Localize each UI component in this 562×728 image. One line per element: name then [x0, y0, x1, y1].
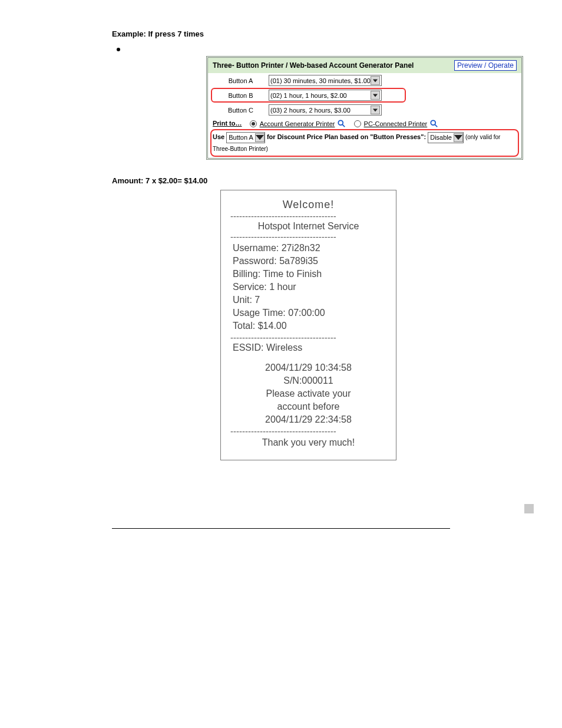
chevron-down-icon — [371, 76, 380, 85]
receipt-body: Username: 27i28n32 Password: 5a789i35 Bi… — [230, 242, 386, 332]
generator-panel: Three- Button Printer / Web-based Accoun… — [206, 56, 523, 160]
bullet-icon — [117, 48, 120, 51]
receipt-sn: S/N:000011 — [230, 374, 386, 387]
select-button-a-value: (01) 30 minutes, 30 minutes, $1.00 — [270, 77, 371, 84]
receipt-billing: Billing: Time to Finish — [233, 268, 386, 281]
radio-account-printer[interactable] — [250, 120, 257, 127]
label-button-b: Button B — [213, 92, 269, 99]
receipt-divider: ------------------------------------ — [230, 332, 386, 342]
receipt-divider: ------------------------------------ — [230, 211, 386, 221]
receipt-usage: Usage Time: 07:00:00 — [233, 307, 386, 319]
chevron-down-icon — [454, 133, 463, 142]
opt-account-printer[interactable]: Account Generator Printer — [260, 120, 335, 127]
receipt-ts: 2004/11/29 10:34:58 — [230, 361, 386, 374]
discount-row: Use Button A for Discount Price Plan bas… — [208, 129, 521, 158]
row-button-a: Button A (01) 30 minutes, 30 minutes, $1… — [208, 73, 521, 88]
select-discount-disable-value: Disable — [428, 132, 454, 143]
receipt-welcome: Welcome! — [230, 199, 386, 211]
panel-header: Three- Button Printer / Web-based Accoun… — [208, 58, 521, 73]
receipt-service-title: Hotspot Internet Service — [230, 221, 386, 232]
receipt-act1: Please activate your — [230, 387, 386, 400]
print-to-row: Print to… Account Generator Printer PC-C… — [208, 117, 521, 129]
receipt-password: Password: 5a789i35 — [233, 255, 386, 268]
row-button-c: Button C (03) 2 hours, 2 hours, $3.00 — [208, 103, 521, 117]
discount-mid: for Discount Price Plan based on "Button… — [267, 133, 426, 140]
receipt-divider: ------------------------------------ — [230, 426, 386, 436]
receipt-act2: account before — [230, 400, 386, 413]
opt-pc-printer[interactable]: PC-Connected Printer — [364, 120, 428, 127]
chevron-down-icon — [371, 91, 380, 100]
chevron-down-icon — [371, 106, 380, 114]
label-button-a: Button A — [213, 77, 269, 84]
receipt-essid: ESSID: Wireless — [230, 342, 386, 353]
svg-point-2 — [431, 120, 436, 125]
receipt-thanks: Thank you very much! — [230, 437, 386, 448]
receipt-unit: Unit: 7 — [233, 294, 386, 307]
receipt-total: Total: $14.00 — [233, 319, 386, 332]
preview-operate-button[interactable]: Preview / Operate — [454, 60, 517, 71]
receipt-act3: 2004/11/29 22:34:58 — [230, 413, 386, 426]
receipt-username: Username: 27i28n32 — [233, 242, 386, 255]
receipt-divider: ------------------------------------ — [230, 232, 386, 242]
heading-example: Example: If press 7 times — [112, 29, 536, 38]
panel-title: Three- Button Printer / Web-based Accoun… — [213, 61, 414, 70]
discount-use: Use — [213, 133, 224, 140]
select-discount-button[interactable]: Button A — [226, 132, 265, 143]
magnifier-icon[interactable] — [430, 120, 438, 128]
svg-line-3 — [435, 124, 438, 127]
select-button-c-value: (03) 2 hours, 2 hours, $3.00 — [270, 107, 351, 114]
select-button-b[interactable]: (02) 1 hour, 1 hours, $2.00 — [269, 90, 382, 101]
select-button-b-value: (02) 1 hour, 1 hours, $2.00 — [270, 92, 347, 99]
chevron-down-icon — [255, 133, 265, 142]
amount-line: Amount: 7 x $2.00= $14.00 — [112, 176, 536, 185]
select-button-c[interactable]: (03) 2 hours, 2 hours, $3.00 — [269, 104, 382, 116]
select-button-a[interactable]: (01) 30 minutes, 30 minutes, $1.00 — [269, 75, 382, 86]
page-number-box — [524, 504, 534, 513]
receipt-svc: Service: 1 hour — [233, 281, 386, 294]
svg-line-1 — [343, 124, 345, 127]
receipt: Welcome! -------------------------------… — [220, 190, 396, 460]
radio-pc-printer[interactable] — [354, 120, 361, 127]
select-discount-button-value: Button A — [227, 132, 255, 143]
label-button-c: Button C — [213, 107, 269, 114]
select-discount-disable[interactable]: Disable — [428, 132, 464, 143]
svg-point-0 — [339, 120, 343, 125]
magnifier-icon[interactable] — [338, 120, 346, 128]
bullet-row — [112, 45, 536, 56]
print-to-label: Print to… — [213, 120, 242, 127]
receipt-stamp: 2004/11/29 10:34:58 S/N:000011 Please ac… — [230, 361, 386, 426]
footer-rule — [112, 528, 450, 529]
row-button-b: Button B (02) 1 hour, 1 hours, $2.00 — [208, 88, 521, 103]
